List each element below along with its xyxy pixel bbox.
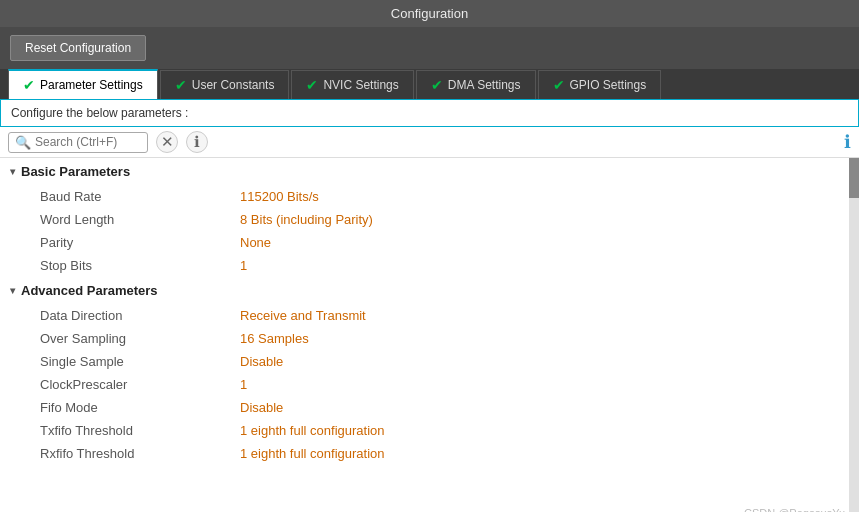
section-header-basic-parameters[interactable]: ▾Basic Parameters — [0, 158, 859, 185]
param-value: 115200 Bits/s — [240, 189, 859, 204]
tab-label: GPIO Settings — [570, 78, 647, 92]
search-input-wrapper: 🔍 — [8, 132, 148, 153]
search-bar: 🔍 ✕ ℹ ℹ — [0, 127, 859, 158]
param-value: Receive and Transmit — [240, 308, 859, 323]
param-name: Baud Rate — [40, 189, 240, 204]
toolbar: Reset Configuration — [0, 27, 859, 69]
param-row: Over Sampling16 Samples — [0, 327, 859, 350]
param-row: Fifo ModeDisable — [0, 396, 859, 419]
param-row: Word Length8 Bits (including Parity) — [0, 208, 859, 231]
param-name: Rxfifo Threshold — [40, 446, 240, 461]
param-name: Stop Bits — [40, 258, 240, 273]
tab-check-icon: ✔ — [306, 77, 318, 93]
tab-nvic-settings[interactable]: ✔NVIC Settings — [291, 70, 413, 99]
section-basic-parameters: ▾Basic ParametersBaud Rate115200 Bits/sW… — [0, 158, 859, 277]
tab-label: NVIC Settings — [323, 78, 398, 92]
param-row: ClockPrescaler1 — [0, 373, 859, 396]
tab-check-icon: ✔ — [553, 77, 565, 93]
param-name: Word Length — [40, 212, 240, 227]
chevron-icon: ▾ — [10, 166, 15, 177]
param-row: ParityNone — [0, 231, 859, 254]
section-label: Advanced Parameters — [21, 283, 158, 298]
param-value: 8 Bits (including Parity) — [240, 212, 859, 227]
param-name: Single Sample — [40, 354, 240, 369]
window-title: Configuration — [391, 6, 468, 21]
tab-check-icon: ✔ — [175, 77, 187, 93]
tab-dma-settings[interactable]: ✔DMA Settings — [416, 70, 536, 99]
clear-search-button[interactable]: ✕ — [156, 131, 178, 153]
section-header-advanced-parameters[interactable]: ▾Advanced Parameters — [0, 277, 859, 304]
section-label: Basic Parameters — [21, 164, 130, 179]
param-name: Data Direction — [40, 308, 240, 323]
tab-label: DMA Settings — [448, 78, 521, 92]
tab-check-icon: ✔ — [23, 77, 35, 93]
param-value: 1 — [240, 377, 859, 392]
tab-label: User Constants — [192, 78, 275, 92]
param-name: Over Sampling — [40, 331, 240, 346]
param-row: Txfifo Threshold1 eighth full configurat… — [0, 419, 859, 442]
param-name: Fifo Mode — [40, 400, 240, 415]
param-row: Rxfifo Threshold1 eighth full configurat… — [0, 442, 859, 465]
main-content: ▾Basic ParametersBaud Rate115200 Bits/sW… — [0, 158, 859, 512]
param-value: 16 Samples — [240, 331, 859, 346]
tab-gpio-settings[interactable]: ✔GPIO Settings — [538, 70, 662, 99]
info-icon[interactable]: ℹ — [844, 131, 851, 153]
param-value: 1 eighth full configuration — [240, 423, 859, 438]
section-advanced-parameters: ▾Advanced ParametersData DirectionReceiv… — [0, 277, 859, 465]
tab-parameter-settings[interactable]: ✔Parameter Settings — [8, 69, 158, 99]
chevron-icon: ▾ — [10, 285, 15, 296]
param-row: Baud Rate115200 Bits/s — [0, 185, 859, 208]
param-value: None — [240, 235, 859, 250]
reset-configuration-button[interactable]: Reset Configuration — [10, 35, 146, 61]
param-name: Txfifo Threshold — [40, 423, 240, 438]
tab-check-icon: ✔ — [431, 77, 443, 93]
param-name: Parity — [40, 235, 240, 250]
param-row: Stop Bits1 — [0, 254, 859, 277]
param-row: Single SampleDisable — [0, 350, 859, 373]
scrollbar-track[interactable] — [849, 158, 859, 512]
param-name: ClockPrescaler — [40, 377, 240, 392]
scrollbar-thumb[interactable] — [849, 158, 859, 198]
param-value: 1 — [240, 258, 859, 273]
param-row: Data DirectionReceive and Transmit — [0, 304, 859, 327]
tab-user-constants[interactable]: ✔User Constants — [160, 70, 290, 99]
param-value: 1 eighth full configuration — [240, 446, 859, 461]
param-value: Disable — [240, 354, 859, 369]
tabs-bar: ✔Parameter Settings✔User Constants✔NVIC … — [0, 69, 859, 99]
title-bar: Configuration — [0, 0, 859, 27]
watermark: CSDN @PegasusYu — [744, 507, 845, 512]
search-icon: 🔍 — [15, 135, 31, 150]
configure-label: Configure the below parameters : — [0, 99, 859, 127]
param-value: Disable — [240, 400, 859, 415]
search-input[interactable] — [35, 135, 145, 149]
tab-label: Parameter Settings — [40, 78, 143, 92]
sections-container: ▾Basic ParametersBaud Rate115200 Bits/sW… — [0, 158, 859, 465]
info-button-secondary[interactable]: ℹ — [186, 131, 208, 153]
